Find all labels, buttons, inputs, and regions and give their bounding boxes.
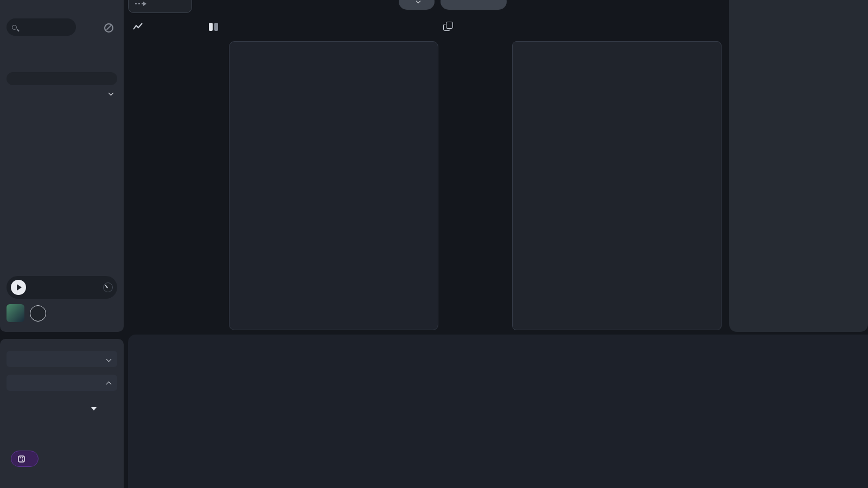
play-button[interactable] [11, 280, 26, 295]
search-icon [12, 25, 17, 30]
preview-art [7, 304, 24, 322]
view-toggle-icon[interactable] [209, 23, 218, 31]
preview-file-row [7, 304, 46, 322]
generate-button[interactable] [11, 451, 39, 467]
play-icon [17, 284, 22, 291]
blocked-icon[interactable] [101, 21, 116, 35]
step-sequencer-panel [128, 335, 868, 488]
chevron-down-icon [416, 0, 420, 3]
generate-section-header[interactable] [7, 375, 117, 391]
arrangement-panel[interactable] [512, 41, 722, 330]
arrow-icon [135, 1, 147, 7]
preview-filename[interactable] [30, 305, 46, 322]
tracks-region [128, 44, 438, 333]
chevron-up-icon [106, 381, 112, 387]
search-bar[interactable] [7, 18, 76, 36]
transport-position[interactable] [128, 0, 192, 13]
favorites-star-icon[interactable] [80, 21, 94, 35]
dice-icon [18, 455, 25, 463]
chevron-down-icon [106, 356, 112, 362]
update-options [11, 426, 22, 428]
arrangement-minimap[interactable] [512, 0, 722, 16]
chart-icon[interactable] [133, 23, 143, 30]
timeline-ruler [512, 22, 725, 30]
generate-actions [11, 451, 49, 467]
preview-player [7, 276, 117, 299]
general-section-header[interactable] [7, 351, 117, 367]
sort-row [0, 90, 124, 99]
chevron-down-icon[interactable] [108, 91, 114, 96]
caret-down-icon [91, 407, 97, 410]
learn-panel [729, 0, 868, 332]
duplicate-icon[interactable] [443, 22, 452, 31]
preview-volume-knob[interactable] [103, 282, 113, 292]
bars-selector[interactable] [399, 0, 435, 10]
app [0, 0, 868, 488]
genre-select[interactable] [11, 407, 97, 410]
oneshot-loop-toggle [7, 72, 117, 85]
generate-panel [0, 339, 124, 488]
add-section-button[interactable] [441, 0, 507, 10]
sounds-panel [0, 0, 124, 332]
search-input[interactable] [21, 23, 66, 31]
no-entry-icon [104, 23, 113, 33]
preview-waveform[interactable] [30, 280, 99, 294]
